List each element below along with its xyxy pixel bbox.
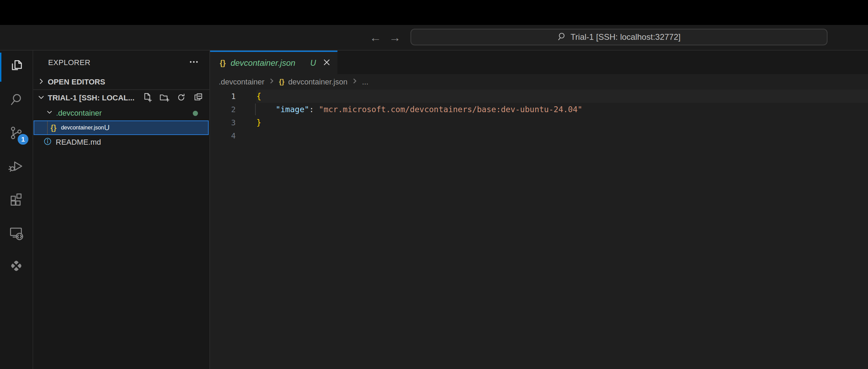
search-icon: [558, 32, 567, 42]
chevron-down-icon: [46, 109, 53, 118]
activity-item-extensions[interactable]: [0, 183, 33, 217]
tab-devcontainer-json[interactable]: {} devcontainer.json U: [210, 51, 337, 74]
sidebar-title: EXPLORER: [48, 58, 189, 67]
extensions-icon: [8, 191, 25, 209]
code-line-2[interactable]: 2 "image": "mcr.microsoft.com/devcontain…: [210, 103, 868, 116]
activity-bar: 1: [0, 51, 33, 369]
json-file-icon: {}: [220, 58, 226, 68]
git-untracked-badge: U: [104, 123, 110, 132]
code-token-string: "mcr.microsoft.com/devcontainers/base:de…: [319, 105, 582, 114]
breadcrumb-symbol-tail[interactable]: ...: [362, 78, 368, 87]
macos-menubar-area: [0, 0, 868, 25]
open-editors-label: OPEN EDITORS: [48, 78, 105, 87]
forward-arrow-icon[interactable]: →: [389, 32, 401, 43]
workspace-section-label: TRIAL-1 [SSH: LOCAL...: [48, 93, 139, 102]
source-control-badge: 1: [18, 134, 28, 145]
collapse-all-icon[interactable]: [193, 92, 203, 104]
activity-item-dev-containers[interactable]: [0, 250, 33, 283]
chevron-right-icon: [268, 78, 275, 87]
line-number: 3: [210, 118, 236, 127]
git-modified-dot: [193, 111, 198, 116]
code-token-key: "image": [275, 105, 309, 114]
tab-git-badge: U: [310, 58, 316, 68]
activity-item-search[interactable]: [0, 84, 33, 117]
code-line-1[interactable]: 1 {: [210, 90, 868, 103]
run-and-debug-icon: [8, 158, 25, 176]
tab-bar: {} devcontainer.json U: [210, 51, 868, 74]
activity-item-source-control[interactable]: 1: [0, 117, 33, 150]
workspace-section-header[interactable]: TRIAL-1 [SSH: LOCAL...: [33, 90, 209, 106]
code-line-4[interactable]: 4: [210, 129, 868, 142]
line-number: 4: [210, 132, 236, 140]
files-icon: [8, 58, 25, 76]
tab-bar-empty-space: [337, 51, 868, 74]
chevron-down-icon: [37, 93, 45, 102]
line-number: 1: [210, 92, 236, 101]
tree-item-devcontainer-folder[interactable]: .devcontainer: [33, 106, 209, 120]
titlebar: ← → Trial-1 [SSH: localhost:32772]: [0, 25, 868, 51]
chevron-right-icon: [351, 78, 358, 87]
tree-item-devcontainer-json-selected[interactable]: {} devcontainer.json U: [34, 120, 209, 135]
file-label: devcontainer.json: [61, 125, 104, 131]
command-center-search[interactable]: Trial-1 [SSH: localhost:32772]: [410, 29, 828, 45]
code-editor[interactable]: 1 { 2 "image": "mcr.microsoft.com/devcon…: [210, 90, 868, 369]
open-editors-header[interactable]: OPEN EDITORS: [33, 75, 209, 90]
dev-containers-diamond-icon: [8, 258, 25, 276]
activity-item-remote-explorer[interactable]: [0, 217, 33, 250]
back-arrow-icon[interactable]: ←: [370, 32, 381, 43]
activity-item-run-debug[interactable]: [0, 150, 33, 183]
tab-label: devcontainer.json: [230, 58, 305, 68]
explorer-sidebar: EXPLORER OPEN EDITORS TRIAL-1 [SSH: L: [33, 51, 210, 369]
activity-item-explorer[interactable]: [0, 51, 33, 84]
tree-item-readme[interactable]: README.md: [33, 135, 209, 150]
tree-indent-guide: [47, 121, 48, 134]
close-icon[interactable]: [322, 58, 331, 68]
window-title: Trial-1 [SSH: localhost:32772]: [571, 32, 681, 42]
code-token: {: [256, 92, 261, 101]
file-label: README.md: [56, 138, 101, 147]
info-icon: [44, 137, 52, 147]
breadcrumb: .devcontainer {} devcontainer.json ...: [210, 74, 868, 90]
refresh-icon[interactable]: [176, 92, 186, 104]
new-folder-icon[interactable]: [159, 92, 169, 104]
new-file-icon[interactable]: [142, 92, 152, 104]
editor-group: {} devcontainer.json U .devcontainer {} …: [210, 51, 868, 369]
code-line-3[interactable]: 3 }: [210, 116, 868, 129]
line-number: 2: [210, 105, 236, 114]
breadcrumb-file[interactable]: devcontainer.json: [288, 78, 347, 87]
indent-guide: [255, 104, 256, 115]
folder-label: .devcontainer: [56, 109, 102, 118]
json-file-icon: {}: [51, 123, 56, 132]
json-file-icon: {}: [279, 78, 284, 86]
search-icon: [8, 91, 25, 109]
code-token: [256, 105, 275, 114]
code-token: :: [309, 105, 319, 114]
code-token: }: [256, 118, 261, 127]
more-actions-icon[interactable]: [189, 57, 199, 69]
chevron-right-icon: [37, 78, 45, 87]
remote-explorer-icon: [8, 224, 25, 242]
breadcrumb-folder[interactable]: .devcontainer: [219, 78, 264, 87]
